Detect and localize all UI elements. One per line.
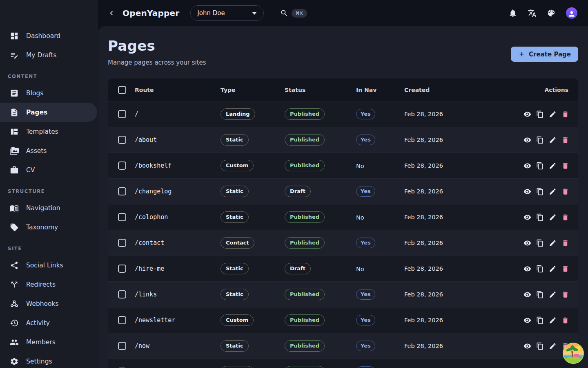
column-header-in-nav: In Nav [356,87,404,93]
row-checkbox[interactable] [118,110,126,118]
select-all-checkbox[interactable] [118,86,126,94]
sidebar-item-redirects[interactable]: Redirects [0,275,97,294]
delete-button[interactable] [561,265,569,273]
sidebar-item-activity[interactable]: Activity [0,313,97,332]
copy-icon [536,188,544,195]
content-panel: Pages Manage pages across your sites Cre… [98,26,588,368]
row-checkbox[interactable] [118,213,126,221]
sidebar-item-webhooks[interactable]: Webhooks [0,294,97,313]
duplicate-button[interactable] [536,316,544,324]
translate-icon [528,9,537,18]
create-page-button[interactable]: Create Page [511,47,578,62]
edit-button[interactable] [549,239,557,247]
delete-button[interactable] [561,136,569,144]
edit-button[interactable] [549,136,557,144]
duplicate-button[interactable] [536,136,544,144]
edit-button[interactable] [549,316,557,324]
duplicate-button[interactable] [536,291,544,298]
route-cell: /contact [135,239,220,247]
user-avatar[interactable] [566,7,577,19]
view-button[interactable] [523,213,531,221]
duplicate-button[interactable] [536,265,544,273]
sidebar: Dashboard My Drafts CONTENT Blogs Pages … [0,0,98,368]
duplicate-button[interactable] [536,188,544,195]
pencil-icon [549,342,557,350]
split-icon [10,280,19,289]
route-cell: / [135,110,220,118]
sidebar-item-taxonomy[interactable]: Taxonomy [0,218,97,237]
notifications-button[interactable] [508,9,517,18]
edit-button[interactable] [549,188,557,195]
duplicate-button[interactable] [536,162,544,170]
copy-icon [536,136,544,144]
sidebar-item-pages[interactable]: Pages [0,103,97,122]
view-button[interactable] [523,291,531,298]
sidebar-item-blogs[interactable]: Blogs [0,83,97,103]
view-button[interactable] [523,265,531,273]
row-checkbox[interactable] [118,316,126,324]
route-cell: /bookshelf [135,162,220,169]
delete-button[interactable] [561,188,569,195]
row-checkbox[interactable] [118,342,126,350]
status-badge: Published [285,237,325,249]
language-button[interactable] [528,9,537,18]
duplicate-button[interactable] [536,110,544,118]
edit-button[interactable] [549,342,557,350]
view-button[interactable] [523,316,531,324]
sidebar-item-members[interactable]: Members [0,332,97,352]
delete-button[interactable] [561,291,569,298]
duplicate-button[interactable] [536,213,544,221]
edit-button[interactable] [549,162,557,170]
view-button[interactable] [523,239,531,247]
topbar: OpenYapper John Doe ⌘K [98,0,588,26]
delete-button[interactable] [561,162,569,170]
page-title: Pages [108,38,206,54]
site-selector-dropdown[interactable]: John Doe [190,5,264,21]
delete-button[interactable] [561,316,569,324]
sidebar-item-dashboard[interactable]: Dashboard [0,26,97,45]
sidebar-item-templates[interactable]: Templates [0,122,97,141]
edit-button[interactable] [549,213,557,221]
edit-button[interactable] [549,291,557,298]
status-badge: Published [285,366,325,368]
sidebar-item-label: Redirects [26,281,56,288]
sidebar-item-my-drafts[interactable]: My Drafts [0,45,97,65]
sidebar-item-label: Activity [26,319,50,327]
in-nav-badge: Yes [356,135,375,145]
trash-icon [561,265,569,273]
row-checkbox[interactable] [118,136,126,144]
sidebar-item-social-links[interactable]: Social Links [0,256,97,275]
sidebar-item-settings[interactable]: Settings [0,352,97,368]
history-icon [10,319,19,328]
copy-icon [536,291,544,298]
duplicate-button[interactable] [536,239,544,247]
view-button[interactable] [523,162,531,170]
copy-icon [536,316,544,324]
sidebar-item-navigation[interactable]: Navigation [0,198,97,218]
back-button[interactable] [107,9,116,18]
edit-button[interactable] [549,265,557,273]
delete-button[interactable] [561,239,569,247]
row-checkbox[interactable] [118,162,126,170]
sidebar-item-assets[interactable]: Assets [0,141,97,160]
theme-button[interactable] [547,9,556,18]
sidebar-item-cv[interactable]: CV [0,160,97,180]
sidebar-section-header: SITE [0,246,98,251]
row-checkbox[interactable] [118,239,126,247]
view-button[interactable] [523,342,531,350]
people-icon [10,338,19,347]
delete-button[interactable] [561,110,569,118]
duplicate-button[interactable] [536,342,544,350]
view-button[interactable] [523,110,531,118]
row-checkbox[interactable] [118,187,126,195]
view-button[interactable] [523,188,531,195]
eye-icon [523,239,531,247]
type-badge: Static [220,289,249,300]
row-checkbox[interactable] [118,265,126,273]
edit-button[interactable] [549,110,557,118]
search-button[interactable]: ⌘K [280,9,307,18]
delete-button[interactable] [561,213,569,221]
dashboard-icon [10,31,19,40]
row-checkbox[interactable] [118,290,126,298]
view-button[interactable] [523,136,531,144]
